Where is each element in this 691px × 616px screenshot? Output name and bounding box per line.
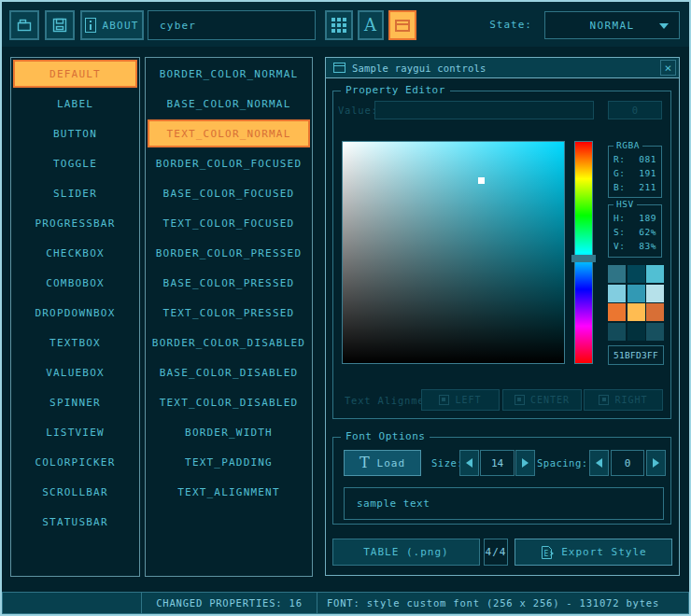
list-item-text_color_focused[interactable]: TEXT_COLOR_FOCUSED <box>148 209 310 237</box>
hsv-row-s: S: 62% <box>613 225 656 239</box>
load-font-button[interactable]: T Load <box>344 450 421 476</box>
table-png-button[interactable]: TABLE (.png) <box>332 539 480 566</box>
save-style-button[interactable] <box>45 10 75 40</box>
sample-text-input[interactable]: sample text <box>344 487 664 520</box>
style-color-swatch-3[interactable] <box>608 285 626 302</box>
list-item-button[interactable]: BUTTON <box>13 119 137 147</box>
style-color-swatch-10[interactable] <box>628 323 645 341</box>
hsv-label: HSV <box>613 199 637 209</box>
list-item-base_color_normal[interactable]: BASE_COLOR_NORMAL <box>148 90 310 118</box>
color-picker-marker[interactable] <box>478 177 485 184</box>
state-dropdown[interactable]: NORMAL <box>544 11 680 39</box>
list-item-checkbox[interactable]: CHECKBOX <box>13 239 137 267</box>
list-item-scrollbar[interactable]: SCROLLBAR <box>13 478 137 506</box>
list-item-dropdownbox[interactable]: DROPDOWNBOX <box>13 299 137 327</box>
list-item-colorpicker[interactable]: COLORPICKER <box>13 448 137 476</box>
font-a-icon: A <box>364 17 377 34</box>
size-value[interactable]: 14 <box>480 450 515 476</box>
info-icon <box>85 18 96 33</box>
list-item-spinner[interactable]: SPINNER <box>13 388 137 416</box>
sample-window-titlebar[interactable]: Sample raygui controls × <box>326 58 679 78</box>
grid-view-button[interactable] <box>325 10 353 40</box>
hue-slider-handle[interactable] <box>571 255 596 262</box>
list-item-border_color_normal[interactable]: BORDER_COLOR_NORMAL <box>148 60 310 88</box>
statusbar: CHANGED PROPERTIES: 16 FONT: style custo… <box>2 592 689 614</box>
spacing-decrease-button[interactable] <box>589 450 609 476</box>
export-icon: E <box>540 545 554 560</box>
sample-window: Sample raygui controls × Property Editor… <box>325 57 680 576</box>
list-item-default[interactable]: DEFAULT <box>13 60 137 88</box>
left-arrow-icon <box>596 458 602 468</box>
list-item-text_padding[interactable]: TEXT_PADDING <box>148 448 310 476</box>
list-item-text_color_pressed[interactable]: TEXT_COLOR_PRESSED <box>148 299 310 327</box>
style-name-input[interactable]: cyber <box>148 10 316 40</box>
list-item-textbox[interactable]: TEXTBOX <box>13 329 137 357</box>
style-color-grid <box>608 265 665 342</box>
list-item-text_color_disabled[interactable]: TEXT_COLOR_DISABLED <box>148 388 310 416</box>
controls-table-view-button[interactable] <box>388 10 416 40</box>
export-style-button[interactable]: E Export Style <box>515 539 672 566</box>
close-icon[interactable]: × <box>660 60 676 76</box>
list-item-listview[interactable]: LISTVIEW <box>13 418 137 446</box>
list-item-text_alignment[interactable]: TEXT_ALIGNMENT <box>148 478 310 506</box>
spacing-value[interactable]: 0 <box>611 450 644 476</box>
align-right-icon <box>599 395 609 405</box>
style-color-swatch-8[interactable] <box>646 303 664 321</box>
rgba-row-r: R: 081 <box>613 152 656 166</box>
style-color-swatch-7[interactable] <box>628 303 645 321</box>
hue-slider[interactable] <box>574 141 593 364</box>
size-increase-button[interactable] <box>515 450 535 476</box>
spacing-increase-button[interactable] <box>646 450 666 476</box>
list-item-toggle[interactable]: TOGGLE <box>13 149 137 177</box>
folder-open-icon <box>16 17 33 34</box>
toolbar: ABOUT cyber A State: NORMAL <box>2 2 689 47</box>
list-item-statusbar[interactable]: STATUSBAR <box>13 508 137 536</box>
spacing-label: Spacing: <box>537 450 588 476</box>
load-font-icon: T <box>360 455 371 470</box>
font-options-group: Font Options T Load Size: 14 Spacing: 0 … <box>332 437 671 525</box>
property-editor-label: Property Editor <box>341 84 450 96</box>
state-label: State: <box>469 2 532 47</box>
rgba-group: RGBA R: 081 G: 191 B: 211 <box>608 146 662 198</box>
hex-color-input[interactable]: 51BFD3FF <box>608 345 664 365</box>
svg-text:E: E <box>544 549 550 557</box>
style-color-swatch-2[interactable] <box>646 265 664 283</box>
list-item-border_color_pressed[interactable]: BORDER_COLOR_PRESSED <box>148 239 310 267</box>
properties-list: BORDER_COLOR_NORMALBASE_COLOR_NORMALTEXT… <box>145 57 313 577</box>
list-item-border_color_disabled[interactable]: BORDER_COLOR_DISABLED <box>148 329 310 357</box>
style-color-swatch-1[interactable] <box>628 265 645 283</box>
list-item-combobox[interactable]: COMBOBOX <box>13 269 137 297</box>
list-item-text_color_normal[interactable]: TEXT_COLOR_NORMAL <box>148 119 310 147</box>
align-right-button[interactable]: RIGHT <box>584 389 663 411</box>
grid-icon <box>331 18 346 33</box>
property-value-input[interactable] <box>374 101 594 119</box>
list-item-base_color_disabled[interactable]: BASE_COLOR_DISABLED <box>148 358 310 386</box>
color-picker-area[interactable] <box>342 141 565 364</box>
statusbar-changed-properties: CHANGED PROPERTIES: 16 <box>141 592 317 614</box>
load-style-button[interactable] <box>9 10 39 40</box>
align-left-button[interactable]: LEFT <box>421 389 500 411</box>
style-color-swatch-5[interactable] <box>646 285 664 302</box>
style-color-swatch-6[interactable] <box>608 303 626 321</box>
size-label: Size: <box>431 450 463 476</box>
style-color-swatch-0[interactable] <box>608 265 626 283</box>
list-item-border_color_focused[interactable]: BORDER_COLOR_FOCUSED <box>148 149 310 177</box>
list-item-base_color_focused[interactable]: BASE_COLOR_FOCUSED <box>148 179 310 207</box>
align-center-button[interactable]: CENTER <box>502 389 582 411</box>
size-decrease-button[interactable] <box>459 450 479 476</box>
list-item-progressbar[interactable]: PROGRESSBAR <box>13 209 137 237</box>
style-color-swatch-9[interactable] <box>608 323 626 341</box>
list-item-border_width[interactable]: BORDER_WIDTH <box>148 418 310 446</box>
style-color-swatch-4[interactable] <box>628 285 645 302</box>
property-value-spinner[interactable]: 0 <box>608 101 662 119</box>
list-item-base_color_pressed[interactable]: BASE_COLOR_PRESSED <box>148 269 310 297</box>
style-color-swatch-11[interactable] <box>646 323 664 341</box>
about-button[interactable]: ABOUT <box>80 10 144 40</box>
list-item-label[interactable]: LABEL <box>13 90 137 118</box>
list-item-slider[interactable]: SLIDER <box>13 179 137 207</box>
controls-list: DEFAULTLABELBUTTONTOGGLESLIDERPROGRESSBA… <box>10 57 140 577</box>
font-view-button[interactable]: A <box>358 10 384 40</box>
right-arrow-icon <box>653 458 659 468</box>
rguistyler-app: ABOUT cyber A State: NORMAL DEFAULTLABEL… <box>0 0 691 616</box>
list-item-valuebox[interactable]: VALUEBOX <box>13 358 137 386</box>
